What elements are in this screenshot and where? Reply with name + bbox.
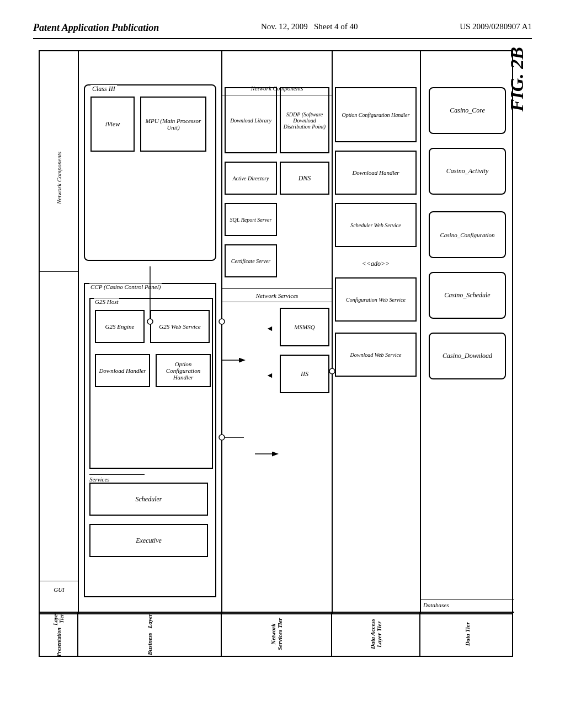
iis-box: IIS: [280, 355, 329, 393]
databases-label: Databases: [420, 599, 514, 608]
web-services-label: Network Services: [222, 288, 332, 302]
ado-label: <<ado>>: [335, 255, 417, 272]
data-access-tier-label: Data Access Layer Tier: [332, 613, 420, 656]
mpu-box: MPU (Main Processor Unit): [140, 97, 206, 152]
sddp-box: SDDP (Software Download Distribution Poi…: [280, 87, 329, 153]
diagram-container: GUI Network Components Class III iView M…: [39, 50, 532, 657]
class-iii-container: Class III iView MPU (Main Processor Unit…: [84, 84, 216, 261]
tier-labels-row: Layer Tier Presentation Business Layer N: [40, 612, 514, 656]
casino-download-box: Casino_Download: [429, 333, 506, 379]
presentation-tier-label: Layer Tier Presentation: [40, 613, 78, 656]
g2s-host-label: G2S Host: [94, 298, 119, 305]
ccp-label: CCP (Casino Control Panel): [89, 283, 162, 290]
gui-label: GUI: [40, 581, 78, 597]
services-label: Services: [89, 474, 145, 483]
active-directory-box: Active Directory: [225, 162, 277, 195]
option-config-handler-srv-box: Option Configuration Handler: [335, 87, 417, 142]
network-column: Network Components SDDP (Software Downlo…: [222, 51, 332, 614]
data-access-column: Option Configuration Handler Download Ha…: [332, 51, 420, 614]
casino-core-box: Casino_Core: [429, 87, 506, 134]
page-header: Patent Application Publication Nov. 12, …: [33, 22, 532, 39]
sql-report-server-box: SQL Report Server: [225, 203, 277, 236]
iis-arrow: ◄: [266, 371, 274, 380]
scheduler-web-service-box: Scheduler Web Service: [335, 203, 417, 247]
ccp-container: CCP (Casino Control Panel) G2S Host G2S …: [84, 283, 216, 597]
data-column: Databases Casino_Core Casino_Activity Ca…: [420, 51, 514, 614]
download-handler-ccp-box: Download Handler: [95, 354, 150, 387]
executive-box: Executive: [89, 524, 208, 557]
g2s-host-container: G2S Host G2S Engine G2S Web Service Down…: [89, 298, 213, 469]
scheduler-box: Scheduler: [89, 483, 208, 516]
config-web-service-box: Configuration Web Service: [335, 277, 417, 322]
casino-configuration-box: Casino_Configuration: [429, 211, 506, 258]
g2s-engine-box: G2S Engine: [95, 310, 145, 343]
certificate-server-box: Certificate Server: [225, 244, 277, 277]
option-config-handler-ccp-box: Option Configuration Handler: [156, 354, 211, 387]
msmsq-box: MSMSQ: [280, 308, 329, 346]
diagram-inner: GUI Network Components Class III iView M…: [39, 50, 513, 657]
network-components-vert-label: Network Components: [40, 84, 78, 272]
g2s-web-service-box: G2S Web Service: [150, 310, 210, 343]
dns-box: DNS: [280, 162, 329, 195]
iview-box: iView: [90, 97, 135, 152]
casino-activity-box: Casino_Activity: [429, 148, 506, 195]
page: Patent Application Publication Nov. 12, …: [0, 0, 565, 728]
presentation-column: GUI Network Components: [40, 51, 78, 614]
publication-number: US 2009/0280907 A1: [460, 22, 532, 31]
msmsq-arrow: ◄: [266, 324, 274, 333]
publication-title: Patent Application Publication: [33, 22, 159, 34]
publication-date-sheet: Nov. 12, 2009 Sheet 4 of 40: [261, 22, 358, 31]
download-handler-srv-box: Download Handler: [335, 151, 417, 195]
class-iii-label: Class III: [90, 85, 117, 93]
business-tier-label: Business Layer: [78, 613, 222, 656]
business-column: Class III iView MPU (Main Processor Unit…: [78, 51, 222, 614]
data-tier-label: Data Tier: [420, 613, 514, 656]
download-library-box: Download Library: [225, 87, 277, 153]
network-tier-label: Network Services Tier: [222, 613, 332, 656]
casino-schedule-box: Casino_Schedule: [429, 272, 506, 319]
download-web-service-box: Download Web Service: [335, 333, 417, 377]
